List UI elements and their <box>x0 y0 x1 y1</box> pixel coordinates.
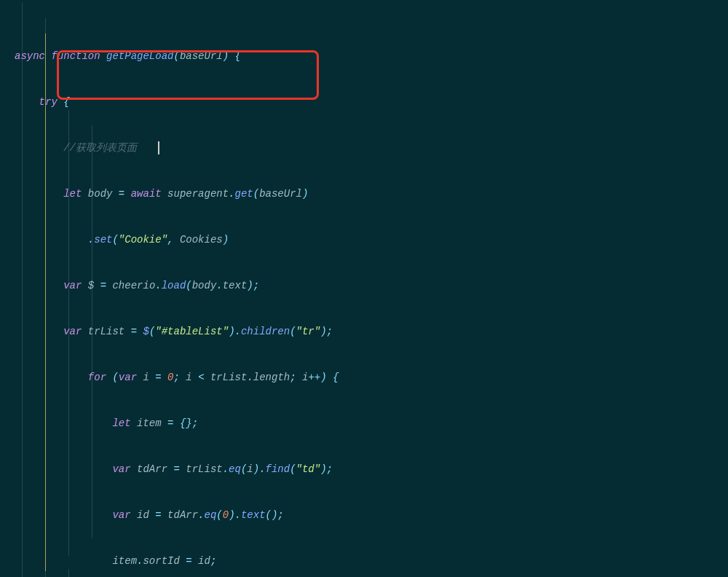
code-line: async function getPageLoad(baseUrl) { <box>15 49 728 64</box>
code-editor[interactable]: async function getPageLoad(baseUrl) { tr… <box>0 3 728 577</box>
code-line: var trList = $("#tableList").children("t… <box>15 324 728 339</box>
code-line: let body = await superagent.get(baseUrl) <box>15 187 728 202</box>
code-line: var tdArr = trList.eq(i).find("td"); <box>15 462 728 477</box>
code-line: try { <box>15 95 728 110</box>
code-line: //获取列表页面 <box>15 141 728 156</box>
code-line: var id = tdArr.eq(0).text(); <box>15 508 728 523</box>
text-cursor <box>158 141 159 154</box>
code-line: var $ = cheerio.load(body.text); <box>15 278 728 294</box>
code-line: item.sortId = id; <box>15 554 728 569</box>
code-line: .set("Cookie", Cookies) <box>15 232 728 248</box>
code-line: for (var i = 0; i < trList.length; i++) … <box>15 370 728 385</box>
code-line: let item = {}; <box>15 416 728 431</box>
